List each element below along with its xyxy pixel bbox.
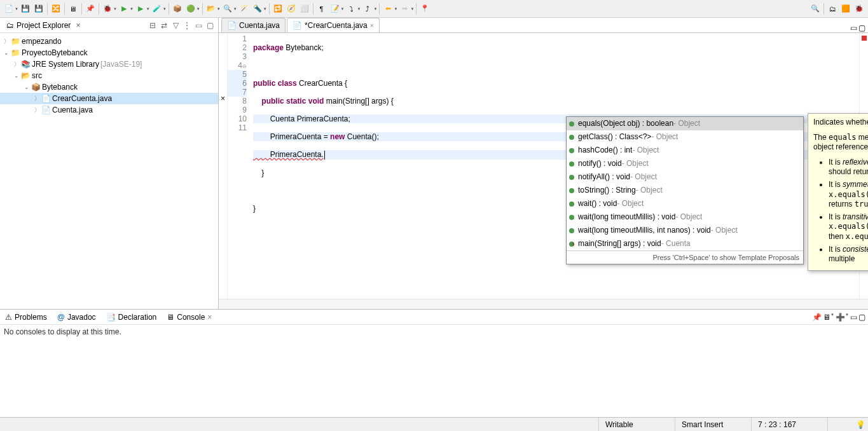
pin-editor-icon[interactable]: 📍 [418,3,431,15]
prev-annotation-icon[interactable]: ⤴ [361,3,374,15]
dropdown-arrow-icon[interactable]: ▼ [410,7,414,11]
run-last-icon[interactable]: 🧪 [151,3,163,15]
error-overview-icon[interactable] [862,36,867,41]
wand-icon[interactable]: 🪄 [238,3,251,15]
minimize-icon[interactable]: ▭ [850,24,857,32]
tab-declaration[interactable]: 📑Declaration [104,311,160,323]
tip-icon[interactable]: 💡 [853,420,868,429]
tab-problems[interactable]: ⚠Problems [3,311,50,323]
error-marker-icon[interactable]: × [221,94,225,103]
annotation-icon[interactable]: 📝 [329,3,341,15]
autocomplete-item[interactable]: toString() : String - Object [567,184,803,197]
link-editor-icon[interactable]: ⇄ [158,20,170,31]
next-annotation-icon[interactable]: ⤵ [345,3,358,15]
forward-icon[interactable]: ➡ [398,3,411,15]
save-all-icon[interactable]: 💾 [32,3,45,15]
autocomplete-item[interactable]: hashCode() : int - Object [567,144,803,157]
java-perspective-icon[interactable]: 🟧 [839,3,852,15]
new-console-icon[interactable]: ➕ [836,313,845,322]
minimize-icon[interactable]: ▭ [193,20,204,31]
twisty-icon[interactable]: ⌄ [23,84,31,90]
status-insert[interactable]: Smart Insert [675,418,751,431]
dropdown-arrow-icon[interactable]: ▼ [130,7,134,11]
autocomplete-item[interactable]: notifyAll() : void - Object [567,170,803,184]
collapse-all-icon[interactable]: ⊟ [147,20,158,31]
toggle-mark-icon[interactable]: 🧭 [285,3,298,15]
dropdown-arrow-icon[interactable]: ▼ [163,7,167,11]
dropdown-arrow-icon[interactable]: ▼ [196,7,200,11]
tree-node-project[interactable]: ⌄📁ProyectoBytebanck [0,47,218,58]
filter-icon[interactable]: ▽ [170,20,181,31]
terminal-icon[interactable]: 🖥 [67,3,79,15]
switch-icon[interactable]: 🔀 [50,3,62,15]
twisty-icon[interactable]: 〉 [33,106,41,114]
tree-node-package[interactable]: ⌄📦Bytebanck [0,81,218,93]
open-perspective-icon[interactable]: 🗂 [826,3,839,15]
dropdown-arrow-icon[interactable]: ▼ [373,7,377,11]
maximize-icon[interactable]: ▢ [858,313,865,322]
dropdown-arrow-icon[interactable]: ▼ [341,7,345,11]
autocomplete-item[interactable]: equals(Object obj) : boolean - Object [567,117,803,130]
autocomplete-item[interactable]: getClass() : Class<?> - Object [567,130,803,144]
dropdown-arrow-icon[interactable]: ▼ [233,7,237,11]
new-package-icon[interactable]: 📦 [171,3,184,15]
status-writable[interactable]: Writable [598,418,675,431]
autocomplete-item[interactable]: notify() : void - Object [567,157,803,170]
run-icon[interactable]: ▶ [118,3,130,15]
show-whitespace-icon[interactable]: ¶ [315,3,328,15]
close-icon[interactable]: × [370,22,374,29]
twisty-icon[interactable]: ⌄ [13,72,20,79]
view-tab-project-explorer[interactable]: 🗂 Project Explorer × [3,20,84,31]
toggle-block-icon[interactable]: ⬜ [298,3,311,15]
save-icon[interactable]: 💾 [19,3,32,15]
tab-console[interactable]: 🖥Console× [164,311,214,323]
debug-icon[interactable]: 🐞 [101,3,114,15]
autocomplete-item[interactable]: main(String[] args) : void - Cuenta [567,237,803,250]
debug-perspective-icon[interactable]: 🐞 [853,3,865,15]
autocomplete-item[interactable]: wait(long timeoutMillis, int nanos) : vo… [567,224,803,237]
coverage-icon[interactable]: ▶ [134,3,147,15]
method-icon [569,121,574,127]
back-icon[interactable]: ⬅ [382,3,394,15]
search-access-icon[interactable]: 🔍 [809,3,822,15]
pin-console-icon[interactable]: 📌 [812,313,822,322]
twisty-icon[interactable]: ⌄ [3,50,10,56]
twisty-icon[interactable]: 〉 [33,95,41,103]
pin-icon[interactable]: 📌 [84,3,97,15]
dropdown-arrow-icon[interactable]: ▼ [263,7,267,11]
tree-node-jre[interactable]: 〉📚JRE System Library[JavaSE-19] [0,58,218,70]
view-menu-icon[interactable]: ⋮ [181,20,193,31]
dropdown-arrow-icon[interactable]: ▼ [15,7,18,11]
new-icon[interactable]: 📄 [3,3,15,15]
dropdown-arrow-icon[interactable]: ▼ [146,7,150,11]
search-icon[interactable]: 🔍 [221,3,234,15]
autocomplete-item[interactable]: wait() : void - Object [567,197,803,210]
refresh-icon[interactable]: 🔁 [272,3,284,15]
javadoc-tooltip[interactable]: Indicates whether some other object is "… [808,113,868,271]
horizontal-scrollbar[interactable] [219,299,868,309]
tree-node-src[interactable]: ⌄📂src [0,70,218,81]
display-console-icon[interactable]: 🖥 [823,313,830,322]
torch-icon[interactable]: 🔦 [251,3,264,15]
dropdown-arrow-icon[interactable]: ▼ [113,7,117,11]
tab-javadoc[interactable]: @Javadoc [55,311,99,323]
twisty-icon[interactable]: 〉 [3,38,10,46]
autocomplete-item[interactable]: wait(long timeoutMillis) : void - Object [567,210,803,224]
editor-tab-active[interactable]: 📄*CrearCuenta.java× [287,18,380,32]
dropdown-arrow-icon[interactable]: ▼ [357,7,361,11]
close-icon[interactable]: × [207,313,212,322]
editor-tab[interactable]: 📄Cuenta.java [221,18,286,32]
status-position[interactable]: 7 : 23 : 167 [751,418,827,431]
tree-node-file[interactable]: 〉📄CrearCuenta.java [0,93,218,104]
open-type-icon[interactable]: 📂 [205,3,217,15]
dropdown-arrow-icon[interactable]: ▼ [394,7,397,11]
close-icon[interactable]: × [76,21,80,30]
dropdown-arrow-icon[interactable]: ▼ [217,7,221,11]
new-class-icon[interactable]: 🟢 [184,3,197,15]
tree-node-file[interactable]: 〉📄Cuenta.java [0,104,218,116]
minimize-icon[interactable]: ▭ [850,313,857,322]
maximize-icon[interactable]: ▢ [858,24,865,32]
maximize-icon[interactable]: ▢ [204,20,216,31]
tree-node-project[interactable]: 〉📁empezando [0,36,218,47]
twisty-icon[interactable]: 〉 [13,60,20,69]
